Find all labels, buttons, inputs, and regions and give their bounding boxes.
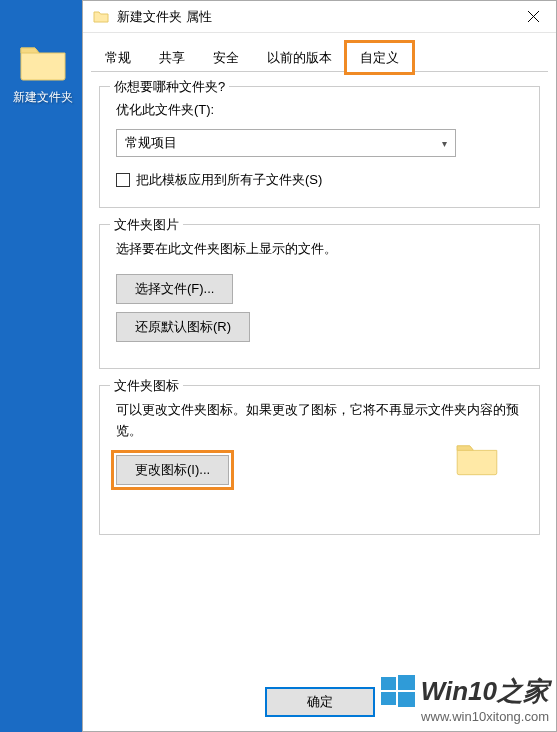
tab-customize[interactable]: 自定义 bbox=[346, 42, 413, 73]
group-folder-icon-legend: 文件夹图标 bbox=[110, 377, 183, 395]
close-icon bbox=[528, 11, 539, 22]
optimize-select-value: 常规项目 bbox=[125, 134, 177, 152]
group-folder-picture: 文件夹图片 选择要在此文件夹图标上显示的文件。 选择文件(F)... 还原默认图… bbox=[99, 224, 540, 369]
close-button[interactable] bbox=[510, 1, 556, 33]
group-folder-icon: 文件夹图标 可以更改文件夹图标。如果更改了图标，它将不再显示文件夹内容的预览。 … bbox=[99, 385, 540, 535]
group-folder-type-legend: 你想要哪种文件夹? bbox=[110, 78, 229, 96]
dialog-title: 新建文件夹 属性 bbox=[117, 8, 510, 26]
tab-general[interactable]: 常规 bbox=[91, 42, 145, 73]
tab-previous-versions[interactable]: 以前的版本 bbox=[253, 42, 346, 73]
ok-button[interactable]: 确定 bbox=[265, 687, 375, 717]
tab-security[interactable]: 安全 bbox=[199, 42, 253, 73]
restore-default-button[interactable]: 还原默认图标(R) bbox=[116, 312, 250, 342]
chevron-down-icon: ▾ bbox=[442, 138, 447, 149]
choose-file-button[interactable]: 选择文件(F)... bbox=[116, 274, 233, 304]
optimize-select[interactable]: 常规项目 ▾ bbox=[116, 129, 456, 157]
group-folder-picture-legend: 文件夹图片 bbox=[110, 216, 183, 234]
change-icon-button[interactable]: 更改图标(I)... bbox=[116, 455, 229, 485]
desktop-folder[interactable]: 新建文件夹 bbox=[10, 42, 75, 106]
tab-underline bbox=[91, 71, 548, 72]
desktop-folder-label: 新建文件夹 bbox=[10, 89, 75, 106]
folder-icon bbox=[455, 440, 499, 476]
folder-icon bbox=[19, 42, 67, 82]
apply-subfolders-label: 把此模板应用到所有子文件夹(S) bbox=[136, 171, 322, 189]
folder-icon bbox=[93, 9, 109, 25]
folder-icon-preview bbox=[455, 440, 499, 479]
optimize-label: 优化此文件夹(T): bbox=[116, 101, 523, 119]
tab-strip: 常规 共享 安全 以前的版本 自定义 bbox=[83, 33, 556, 72]
checkbox-box bbox=[116, 173, 130, 187]
group-folder-type: 你想要哪种文件夹? 优化此文件夹(T): 常规项目 ▾ 把此模板应用到所有子文件… bbox=[99, 86, 540, 208]
titlebar: 新建文件夹 属性 bbox=[83, 1, 556, 33]
properties-dialog: 新建文件夹 属性 常规 共享 安全 以前的版本 自定义 你想要哪种文件夹? 优化… bbox=[82, 0, 557, 732]
folder-picture-desc: 选择要在此文件夹图标上显示的文件。 bbox=[116, 239, 523, 260]
dialog-content: 你想要哪种文件夹? 优化此文件夹(T): 常规项目 ▾ 把此模板应用到所有子文件… bbox=[83, 72, 556, 675]
tab-sharing[interactable]: 共享 bbox=[145, 42, 199, 73]
apply-subfolders-checkbox[interactable]: 把此模板应用到所有子文件夹(S) bbox=[116, 171, 523, 189]
folder-icon-desc: 可以更改文件夹图标。如果更改了图标，它将不再显示文件夹内容的预览。 bbox=[116, 400, 523, 442]
dialog-footer: 确定 bbox=[83, 675, 556, 731]
